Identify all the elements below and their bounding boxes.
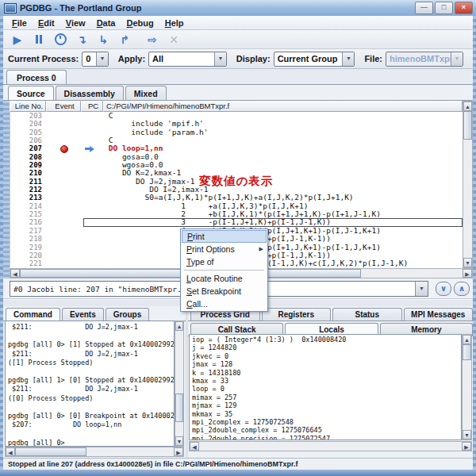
locals-horizontal-scrollbar[interactable]: ◀ ▶	[189, 441, 472, 451]
context-menu-item-type-of[interactable]: Type of	[182, 255, 267, 268]
stack-up-button[interactable]: ∧	[454, 282, 470, 296]
command-horizontal-scrollbar[interactable]: ◀ ▶	[5, 447, 184, 457]
menu-edit[interactable]: Edit	[33, 17, 60, 29]
minimize-button[interactable]: —	[415, 2, 433, 14]
context-menu-item-print-options[interactable]: Print Options▶	[182, 243, 267, 255]
locals-list[interactable]: iop = ( Integer*4 (1:3) ) 0x140008420j =…	[189, 334, 462, 440]
menu-help[interactable]: Help	[159, 17, 190, 29]
context-menu-item-locate-routine[interactable]: Locate Routine	[182, 272, 267, 285]
scroll-left-icon[interactable]: ◀	[190, 442, 199, 451]
stop-icon[interactable]: ✕	[164, 32, 183, 48]
context-menu-item-print[interactable]: Print	[182, 230, 267, 243]
scrollbar-thumb[interactable]	[15, 447, 86, 456]
halt-icon[interactable]	[29, 32, 48, 48]
tab-process-0[interactable]: Process 0	[6, 70, 67, 84]
run-icon[interactable]: ▶	[8, 32, 27, 48]
event-cell[interactable]	[47, 210, 82, 218]
source-row[interactable]: 209 wgosa=0.0	[10, 161, 463, 169]
line-number: 213	[10, 194, 47, 202]
event-cell[interactable]	[47, 129, 82, 136]
close-button[interactable]: ×	[455, 2, 473, 14]
menu-separator	[184, 270, 264, 271]
event-cell[interactable]	[47, 244, 82, 251]
tab-disassembly[interactable]: Disassembly	[56, 86, 124, 100]
scroll-down-icon[interactable]: ▼	[463, 258, 472, 267]
scroll-right-icon[interactable]: ▶	[463, 269, 472, 278]
source-row[interactable]: 203 C	[10, 112, 463, 120]
menu-file[interactable]: File	[6, 17, 33, 29]
event-cell[interactable]	[47, 144, 82, 152]
display-combo[interactable]: Current Group ▼	[274, 52, 355, 67]
step-out-icon[interactable]: ↱	[115, 32, 134, 48]
source-row[interactable]: 206 C	[10, 136, 463, 144]
restart-icon[interactable]	[51, 32, 70, 48]
menu-data[interactable]: Data	[91, 17, 121, 29]
maximize-button[interactable]: □	[435, 2, 453, 14]
scroll-down-icon[interactable]: ▼	[463, 430, 471, 440]
event-cell[interactable]	[47, 218, 82, 226]
event-cell[interactable]	[47, 136, 82, 144]
locals-vertical-scrollbar[interactable]: ▲ ▼	[462, 334, 472, 440]
event-cell[interactable]	[47, 169, 82, 177]
event-cell[interactable]	[47, 251, 82, 259]
scroll-down-icon[interactable]: ▼	[175, 436, 183, 446]
scrollbar-thumb[interactable]	[463, 111, 472, 140]
chevron-down-icon[interactable]: ▼	[415, 282, 428, 296]
step-into-icon[interactable]: ↴	[72, 32, 91, 48]
chevron-down-icon[interactable]: ▼	[96, 52, 108, 66]
event-cell[interactable]	[47, 235, 82, 243]
tab-groups[interactable]: Groups	[106, 308, 150, 321]
source-row[interactable]: 205 include 'param.h'	[10, 129, 463, 136]
pc-cell	[82, 136, 104, 144]
scrollbar-thumb[interactable]	[463, 344, 471, 360]
event-cell[interactable]	[47, 153, 82, 161]
menu-view[interactable]: View	[60, 17, 91, 29]
source-row[interactable]: 204 include 'mpif.h'	[10, 120, 463, 128]
event-cell[interactable]	[47, 112, 82, 120]
tab-events[interactable]: Events	[62, 308, 104, 321]
event-cell[interactable]	[47, 120, 82, 128]
scroll-left-icon[interactable]: ◀	[6, 447, 15, 456]
context-menu-item-set-breakpoint[interactable]: Set Breakpoint	[182, 285, 267, 298]
event-cell[interactable]	[47, 227, 82, 235]
step-over-icon[interactable]: ↳	[94, 32, 113, 48]
local-variable: jkvec = 0	[192, 352, 461, 360]
source-row[interactable]: 208 gosa=0.0	[10, 153, 463, 161]
scroll-right-icon[interactable]: ▶	[174, 447, 183, 456]
chevron-down-icon[interactable]: ▼	[342, 52, 354, 66]
window-border-right	[473, 16, 476, 470]
apply-combo[interactable]: All ▼	[148, 52, 227, 67]
continue-icon[interactable]: ⇨	[143, 32, 162, 48]
scroll-up-icon[interactable]: ▲	[463, 102, 472, 111]
event-cell[interactable]	[47, 186, 82, 194]
tab-mpi-messages[interactable]: MPI Messages	[404, 308, 474, 321]
pc-cell	[82, 227, 104, 235]
source-vertical-scrollbar[interactable]: ▲ ▼	[463, 101, 473, 268]
scroll-left-icon[interactable]: ◀	[10, 269, 20, 278]
stack-down-button[interactable]: ∨	[436, 282, 451, 296]
local-variable: mimax = 257	[192, 393, 461, 401]
event-cell[interactable]	[47, 178, 82, 186]
event-cell[interactable]	[47, 202, 82, 210]
pc-cell	[82, 153, 104, 161]
tab-mixed[interactable]: Mixed	[125, 86, 167, 100]
scroll-up-icon[interactable]: ▲	[463, 335, 471, 344]
menu-debug[interactable]: Debug	[121, 17, 159, 29]
scrollbar-thumb[interactable]	[175, 393, 183, 422]
scroll-right-icon[interactable]: ▶	[462, 442, 471, 451]
command-vertical-scrollbar[interactable]: ▲ ▼	[175, 321, 184, 447]
event-cell[interactable]	[47, 259, 82, 267]
tab-status[interactable]: Status	[332, 308, 402, 321]
context-menu-item-call[interactable]: Call...	[182, 298, 267, 310]
command-output[interactable]: $211: DO J=2,jmax-1 pgdbg [all] 0> [1] S…	[5, 321, 175, 447]
current-process-combo[interactable]: 0 ▼	[82, 52, 109, 67]
tab-source[interactable]: Source	[8, 86, 54, 100]
source-row[interactable]: 207 DO loop=1,nn	[10, 144, 463, 152]
chevron-down-icon[interactable]: ▼	[214, 52, 226, 66]
event-cell[interactable]	[47, 161, 82, 169]
event-cell[interactable]	[47, 194, 82, 202]
tab-command[interactable]: Command	[6, 308, 60, 321]
file-combo[interactable]: himenoBMTxpr.f ▼	[386, 52, 463, 67]
tab-registers[interactable]: Registers	[262, 308, 332, 321]
scroll-up-icon[interactable]: ▲	[175, 321, 183, 331]
